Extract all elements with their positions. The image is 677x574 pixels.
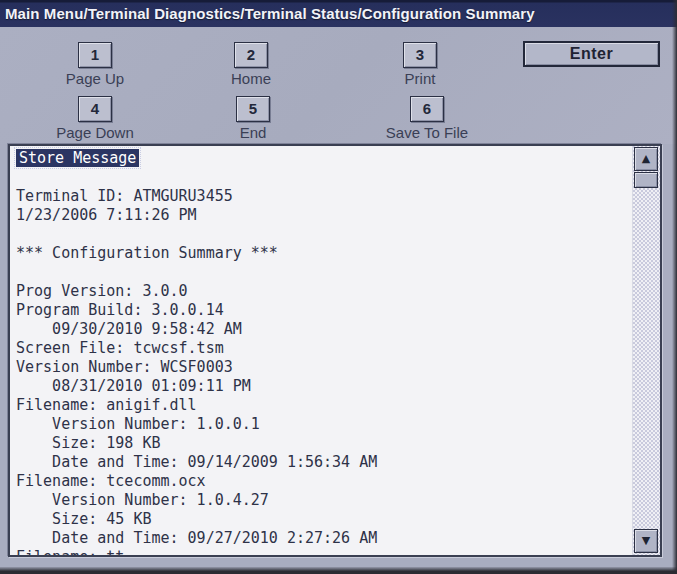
selected-terminal-line[interactable]: Store Message: [16, 149, 139, 167]
arrow-down-icon: ▼: [642, 534, 650, 547]
terminal-line: Screen File: tcwcsf.tsm: [16, 339, 633, 358]
terminal-line: Date and Time: 09/27/2010 2:27:26 AM: [16, 529, 633, 548]
terminal-line: Version Number: 1.0.4.27: [16, 491, 633, 510]
key-group-print: 3 Print: [355, 42, 485, 87]
terminal-line: Program Build: 3.0.0.14: [16, 301, 633, 320]
terminal-line: Version Number: WCSF0003: [16, 358, 633, 377]
key-group-end: 5 End: [188, 96, 318, 141]
terminal-output[interactable]: Store MessageTerminal ID: ATMGURU34551/2…: [10, 146, 633, 555]
key-6-label: Save To File: [362, 124, 492, 141]
terminal-line: Date and Time: 09/14/2009 1:56:34 AM: [16, 453, 633, 472]
key-4-label: Page Down: [30, 124, 160, 141]
terminal-line: Filename: tt: [16, 548, 633, 555]
key-4-button[interactable]: 4: [78, 96, 112, 122]
terminal-line: 08/31/2010 01:09:11 PM: [16, 377, 633, 396]
scroll-down-button[interactable]: ▼: [634, 529, 658, 553]
terminal-line: Terminal ID: ATMGURU3455: [16, 187, 633, 206]
terminal-line: *** Configuration Summary ***: [16, 244, 633, 263]
key-5-label: End: [188, 124, 318, 141]
key-3-button[interactable]: 3: [403, 42, 437, 68]
vertical-scrollbar[interactable]: ▲ ▼: [632, 146, 660, 555]
scrollbar-thumb[interactable]: [634, 172, 658, 188]
terminal-line: Prog Version: 3.0.0: [16, 282, 633, 301]
key-group-page-up: 1 Page Up: [30, 42, 160, 87]
enter-button[interactable]: Enter: [523, 41, 660, 67]
key-6-button[interactable]: 6: [410, 96, 444, 122]
photo-edge-right: [672, 0, 677, 574]
breadcrumb-title: Main Menu/Terminal Diagnostics/Terminal …: [5, 5, 535, 22]
key-2-label: Home: [186, 70, 316, 87]
terminal-line: 09/30/2010 9:58:42 AM: [16, 320, 633, 339]
terminal-line: Version Number: 1.0.0.1: [16, 415, 633, 434]
key-group-home: 2 Home: [186, 42, 316, 87]
title-bar: Main Menu/Terminal Diagnostics/Terminal …: [0, 0, 677, 27]
terminal-line: [16, 168, 633, 187]
terminal-line: [16, 263, 633, 282]
key-3-label: Print: [355, 70, 485, 87]
terminal-line: Filename: anigif.dll: [16, 396, 633, 415]
terminal-line: [16, 225, 633, 244]
scroll-up-button[interactable]: ▲: [634, 147, 658, 171]
terminal-line: Size: 198 KB: [16, 434, 633, 453]
key-1-button[interactable]: 1: [78, 42, 112, 68]
arrow-up-icon: ▲: [642, 152, 650, 165]
terminal-line: Store Message: [16, 149, 633, 168]
configuration-summary-panel: Store MessageTerminal ID: ATMGURU34551/2…: [8, 144, 662, 557]
photo-edge-bottom: [0, 567, 677, 574]
key-group-page-down: 4 Page Down: [30, 96, 160, 141]
function-key-toolbar: 1 Page Up 2 Home 3 Print Enter 4 Page Do…: [0, 27, 677, 144]
terminal-line: Filename: tcecomm.ocx: [16, 472, 633, 491]
key-1-label: Page Up: [30, 70, 160, 87]
key-group-save-to-file: 6 Save To File: [362, 96, 492, 141]
terminal-diagnostics-screen: Main Menu/Terminal Diagnostics/Terminal …: [0, 0, 677, 574]
key-2-button[interactable]: 2: [234, 42, 268, 68]
key-5-button[interactable]: 5: [236, 96, 270, 122]
terminal-line: Size: 45 KB: [16, 510, 633, 529]
terminal-line: 1/23/2006 7:11:26 PM: [16, 206, 633, 225]
